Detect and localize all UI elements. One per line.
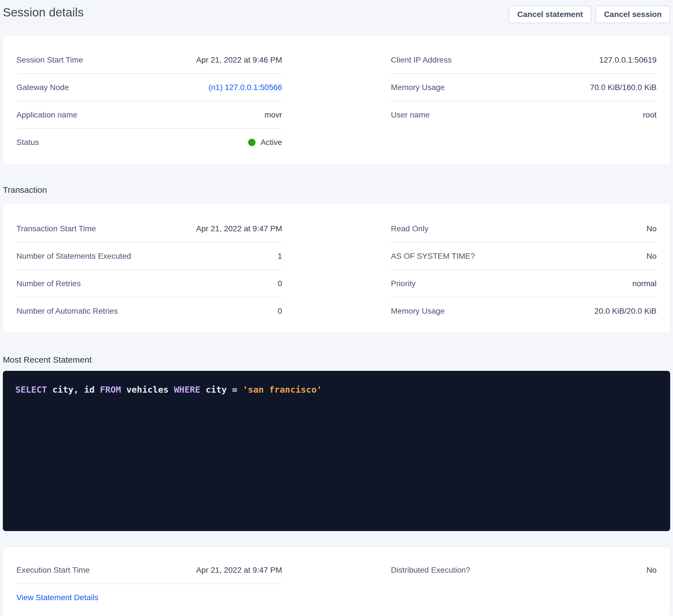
row-value: 0 [278,278,282,289]
row-label: Number of Automatic Retries [16,306,118,316]
distributed-execution-row: Distributed Execution? No [391,557,657,583]
session-summary-card: Session Start Time Apr 21, 2022 at 9:46 … [3,35,670,164]
client-ip-row: Client IP Address 127.0.0.1:50619 [391,46,657,74]
row-value: No [646,565,657,575]
sql-keyword: WHERE [174,384,200,395]
execution-left-column: Execution Start Time Apr 21, 2022 at 9:4… [16,557,282,611]
row-label: Status [16,137,39,147]
transaction-memory-usage-row: Memory Usage 20.0 KiB/20.0 KiB [391,298,657,324]
row-value: No [646,223,657,234]
row-value: normal [632,278,657,289]
row-label: Number of Statements Executed [16,251,131,261]
application-name-row: Application name movr [16,101,282,129]
transaction-start-time-row: Transaction Start Time Apr 21, 2022 at 9… [16,215,282,243]
row-value: No [646,251,657,261]
row-value: Apr 21, 2022 at 9:46 PM [196,55,282,65]
row-value: 70.0 KiB/160.0 KiB [590,82,657,92]
gateway-node-link[interactable]: (n1) 127.0.0.1:50566 [208,82,282,92]
retries-row: Number of Retries 0 [16,270,282,298]
row-label: Distributed Execution? [391,565,470,575]
sql-keyword: SELECT [15,384,47,395]
row-label: User name [391,109,430,120]
execution-right-column: Distributed Execution? No [391,557,657,611]
view-statement-details-row: View Statement Details [16,584,282,611]
as-of-system-time-row: AS OF SYSTEM TIME? No [391,243,657,270]
view-statement-details-link[interactable]: View Statement Details [16,592,98,603]
row-label: Memory Usage [391,82,445,92]
user-name-row: User name root [391,101,657,128]
transaction-left-column: Transaction Start Time Apr 21, 2022 at 9… [16,215,282,324]
row-label: Transaction Start Time [16,223,96,234]
header-actions: Cancel statement Cancel session [509,5,670,23]
session-memory-usage-row: Memory Usage 70.0 KiB/160.0 KiB [391,74,657,101]
row-value: movr [264,109,282,120]
row-label: Number of Retries [16,278,81,289]
row-label: Application name [16,109,77,120]
statement-section-heading: Most Recent Statement [3,354,670,365]
sql-keyword: FROM [100,384,121,395]
priority-row: Priority normal [391,270,657,298]
sql-string-literal: 'san francisco' [243,384,322,395]
page-title: Session details [3,5,84,20]
row-label: Gateway Node [16,82,69,92]
row-value: 1 [278,251,282,261]
transaction-right-column: Read Only No AS OF SYSTEM TIME? No Prior… [391,215,657,324]
transaction-section-heading: Transaction [3,185,670,195]
sql-plain: vehicles [121,384,174,395]
status-value: Active [248,137,282,147]
session-start-time-row: Session Start Time Apr 21, 2022 at 9:46 … [16,46,282,74]
statements-executed-row: Number of Statements Executed 1 [16,243,282,270]
page-header: Session details Cancel statement Cancel … [3,5,670,23]
status-active-dot-icon [248,139,255,146]
execution-card: Execution Start Time Apr 21, 2022 at 9:4… [3,547,670,616]
execution-start-time-row: Execution Start Time Apr 21, 2022 at 9:4… [16,557,282,584]
row-value: Apr 21, 2022 at 9:47 PM [196,565,282,575]
row-label: AS OF SYSTEM TIME? [391,251,475,261]
session-summary-right-column: Client IP Address 127.0.0.1:50619 Memory… [391,46,657,156]
status-text: Active [261,137,282,147]
sql-plain: city = [200,384,242,395]
row-value: 0 [278,306,282,316]
row-value: root [643,109,657,120]
session-details-page: Session details Cancel statement Cancel … [0,0,673,616]
read-only-row: Read Only No [391,215,657,243]
row-label: Session Start Time [16,55,83,65]
sql-plain: city, id [47,384,100,395]
gateway-node-row: Gateway Node (n1) 127.0.0.1:50566 [16,74,282,101]
automatic-retries-row: Number of Automatic Retries 0 [16,298,282,324]
session-summary-left-column: Session Start Time Apr 21, 2022 at 9:46 … [16,46,282,156]
cancel-statement-button[interactable]: Cancel statement [509,6,592,23]
sql-statement-text: SELECT city, id FROM vehicles WHERE city… [15,384,658,395]
cancel-session-button[interactable]: Cancel session [596,6,670,23]
status-row: Status Active [16,129,282,156]
row-value: 20.0 KiB/20.0 KiB [595,306,657,316]
row-value: 127.0.0.1:50619 [599,55,657,65]
row-label: Execution Start Time [16,565,89,575]
row-label: Read Only [391,223,428,234]
row-label: Priority [391,278,416,289]
row-value: Apr 21, 2022 at 9:47 PM [196,223,282,234]
row-label: Client IP Address [391,55,451,65]
transaction-card: Transaction Start Time Apr 21, 2022 at 9… [3,204,670,333]
row-label: Memory Usage [391,306,445,316]
sql-statement-box: SELECT city, id FROM vehicles WHERE city… [3,371,670,531]
